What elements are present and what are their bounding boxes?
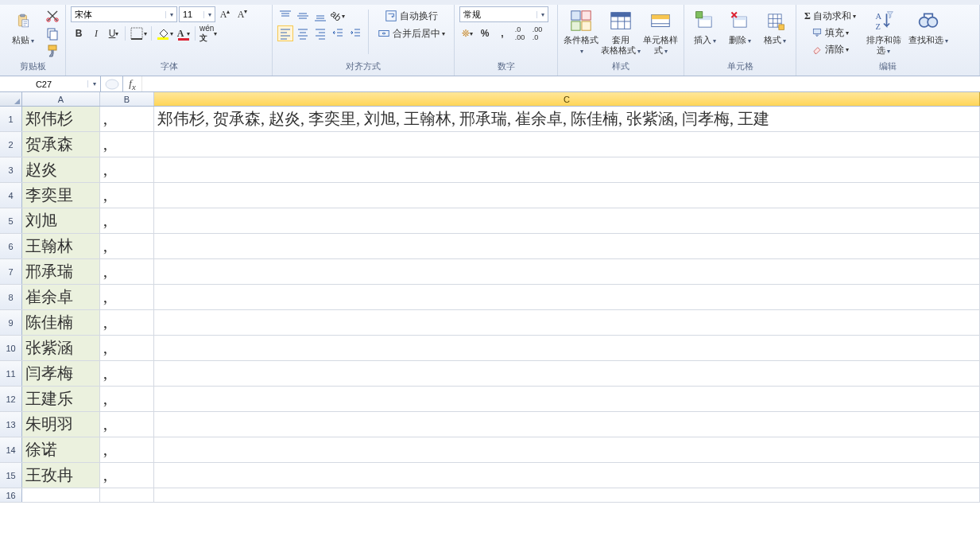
percent-button[interactable]: % [477, 25, 493, 41]
cell[interactable] [154, 183, 980, 208]
row-header[interactable]: 13 [0, 412, 22, 437]
row-header[interactable]: 10 [0, 336, 22, 360]
cell[interactable]: , [100, 387, 154, 411]
col-header-B[interactable]: B [100, 92, 154, 106]
align-left-button[interactable] [277, 25, 293, 41]
cell[interactable]: , [100, 183, 154, 208]
format-button[interactable]: 格式 [759, 6, 791, 46]
row-header[interactable]: 15 [0, 463, 22, 488]
align-top-button[interactable] [277, 8, 293, 24]
cell[interactable]: 邢承瑞 [22, 259, 100, 284]
cell[interactable] [22, 488, 100, 502]
align-center-button[interactable] [295, 25, 311, 41]
increase-decimal-button[interactable]: .0.00 [512, 25, 528, 41]
format-as-table-button[interactable]: 套用 表格格式 [602, 6, 639, 56]
copy-button[interactable] [45, 25, 60, 41]
delete-button[interactable]: 删除 [724, 6, 756, 46]
font-name-input[interactable] [72, 10, 165, 19]
align-middle-button[interactable] [295, 8, 311, 24]
row-header[interactable]: 5 [0, 208, 22, 233]
chevron-down-icon[interactable]: ▾ [203, 11, 215, 18]
cell[interactable] [154, 361, 980, 386]
cell[interactable]: 刘旭 [22, 208, 100, 233]
cell[interactable]: 张紫涵 [22, 336, 100, 360]
col-header-C[interactable]: C [154, 92, 980, 106]
cell[interactable]: , [100, 208, 154, 233]
sort-filter-button[interactable]: AZ 排序和筛选 [862, 6, 905, 56]
cell[interactable] [154, 387, 980, 411]
bold-button[interactable]: B [71, 25, 87, 41]
fill-button[interactable]: 填充▾ [801, 25, 859, 41]
conditional-format-button[interactable]: 条件格式 [563, 6, 599, 56]
indent-increase-button[interactable] [347, 25, 363, 41]
comma-button[interactable]: , [494, 25, 510, 41]
phonetic-button[interactable]: wén文▾ [199, 25, 218, 41]
cell[interactable]: 郑伟杉, 贺承森, 赵炎, 李奕里, 刘旭, 王翰林, 邢承瑞, 崔余卓, 陈佳… [154, 107, 980, 131]
cell[interactable] [100, 488, 154, 502]
cell[interactable] [154, 310, 980, 335]
chevron-down-icon[interactable]: ▾ [87, 80, 100, 87]
italic-button[interactable]: I [88, 25, 104, 41]
shrink-font-button[interactable]: A▾ [234, 6, 250, 22]
cell[interactable]: 朱明羽 [22, 412, 100, 437]
clear-button[interactable]: 清除▾ [801, 41, 859, 57]
row-header[interactable]: 11 [0, 361, 22, 386]
borders-button[interactable]: ▾ [129, 25, 148, 41]
cell[interactable] [154, 285, 980, 309]
cell[interactable]: , [100, 259, 154, 284]
row-header[interactable]: 2 [0, 132, 22, 157]
row-header[interactable]: 9 [0, 310, 22, 335]
merge-center-button[interactable]: 合并后居中▾ [374, 25, 449, 41]
align-bottom-button[interactable] [312, 8, 328, 24]
cell[interactable]: 李奕里 [22, 183, 100, 208]
paste-button[interactable]: 粘贴 [5, 6, 41, 46]
cell[interactable]: 陈佳楠 [22, 310, 100, 335]
cell[interactable] [154, 157, 980, 182]
currency-button[interactable]: ❊▾ [459, 25, 475, 41]
chevron-down-icon[interactable]: ▾ [165, 11, 176, 18]
row-header[interactable]: 6 [0, 234, 22, 258]
cell[interactable]: , [100, 132, 154, 157]
cell[interactable] [154, 259, 980, 284]
row-header[interactable]: 8 [0, 285, 22, 309]
cell[interactable]: 郑伟杉 [22, 107, 100, 131]
cell[interactable] [154, 463, 980, 488]
cell[interactable] [154, 208, 980, 233]
cell[interactable]: , [100, 107, 154, 131]
row-header[interactable]: 12 [0, 387, 22, 411]
grow-font-button[interactable]: A▴ [217, 6, 233, 22]
formula-input[interactable] [142, 76, 980, 91]
find-select-button[interactable]: 查找和选 [908, 6, 948, 46]
cell[interactable]: , [100, 361, 154, 386]
row-header[interactable]: 1 [0, 107, 22, 131]
cell[interactable]: 王建乐 [22, 387, 100, 411]
chevron-down-icon[interactable]: ▾ [536, 11, 548, 18]
cell[interactable]: 贺承森 [22, 132, 100, 157]
row-header[interactable]: 7 [0, 259, 22, 284]
row-header[interactable]: 14 [0, 437, 22, 462]
col-header-A[interactable]: A [22, 92, 100, 106]
cell[interactable]: , [100, 336, 154, 360]
insert-function-button[interactable]: fx [123, 76, 142, 91]
cell-styles-button[interactable]: 单元格样式 [642, 6, 679, 56]
cell[interactable]: 王翰林 [22, 234, 100, 258]
orientation-button[interactable]: ab▾ [330, 8, 346, 24]
cell[interactable]: 闫孝梅 [22, 361, 100, 386]
cell[interactable] [154, 132, 980, 157]
wrap-text-button[interactable]: 自动换行 [374, 8, 449, 24]
align-right-button[interactable] [312, 25, 328, 41]
number-format-combo[interactable]: ▾ [459, 6, 548, 22]
row-header[interactable]: 3 [0, 157, 22, 182]
cell[interactable]: 崔余卓 [22, 285, 100, 309]
font-size-input[interactable] [180, 10, 203, 19]
cell[interactable]: , [100, 157, 154, 182]
indent-decrease-button[interactable] [330, 25, 346, 41]
cell[interactable]: , [100, 463, 154, 488]
select-all-corner[interactable] [0, 92, 22, 106]
cell[interactable] [154, 234, 980, 258]
row-header[interactable]: 16 [0, 488, 22, 502]
cell[interactable]: , [100, 437, 154, 462]
cell[interactable] [154, 336, 980, 360]
format-painter-button[interactable] [45, 43, 60, 59]
name-box-input[interactable] [0, 80, 87, 89]
